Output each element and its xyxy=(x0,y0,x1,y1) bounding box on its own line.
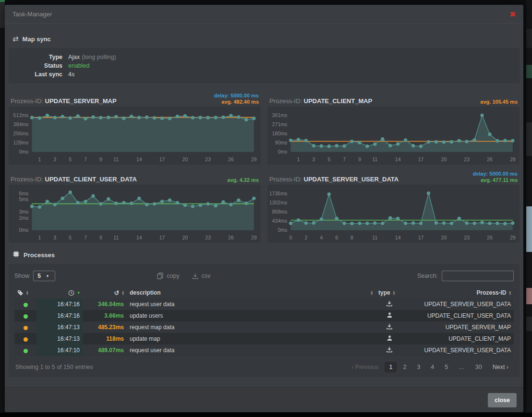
chart-UPDATE_CLIENT_USER_DATA: 6ms5ms3ms2ms0ms1357911141720232629 xyxy=(10,187,260,243)
table-row[interactable]: 16:47:10489.07msrequest user dataUPDATE_… xyxy=(14,345,514,356)
table-row[interactable]: 16:47:163.66msupdate usersUPDATE_CLIENT_… xyxy=(14,310,514,322)
show-entries-group: Show 5 ▼ xyxy=(14,271,55,281)
chart-UPDATE_SERVER_USER_DATA: 1736ms1302ms868ms434ms0ms024681114172023… xyxy=(268,187,519,243)
close-button[interactable]: close xyxy=(488,393,517,407)
data-point xyxy=(297,138,300,141)
sort-icon: ▴▾ xyxy=(122,290,124,295)
y-axis-tick: 434ms xyxy=(272,218,288,224)
data-point xyxy=(381,222,384,225)
data-point xyxy=(229,203,232,206)
data-point xyxy=(199,203,202,207)
close-icon[interactable]: ✖ xyxy=(509,11,516,18)
data-point xyxy=(358,222,361,225)
table-row[interactable]: 16:47:16346.04msrequest user dataUPDATE_… xyxy=(14,298,514,310)
search-input[interactable] xyxy=(442,271,514,281)
data-point xyxy=(304,139,308,142)
y-axis-tick: 512ms xyxy=(13,112,29,118)
info-value: 4s xyxy=(68,70,74,79)
x-axis-tick: 7 xyxy=(343,156,346,162)
y-axis-tick: 2ms xyxy=(19,215,28,221)
column-header-prozess-id[interactable]: Prozess-ID ▴▾ xyxy=(403,287,514,298)
x-axis-tick: 11 xyxy=(372,235,377,240)
background-page-fragment xyxy=(526,317,532,331)
data-point xyxy=(176,201,179,204)
status-dot-green xyxy=(24,314,28,319)
pagination-page-3[interactable]: 3 xyxy=(412,362,424,372)
pagination: ‹ Previous12345…30Next › xyxy=(347,362,513,372)
column-header-type[interactable]: type ▴▾ xyxy=(375,287,403,298)
data-point xyxy=(472,138,476,142)
duration-cell: 118ms xyxy=(83,333,127,345)
data-point xyxy=(388,144,392,147)
pagination-page-1[interactable]: 1 xyxy=(385,362,397,372)
time-cell: 16:47:16 xyxy=(36,298,83,310)
table-header-row: ▴▾ ▾ xyxy=(14,287,514,298)
data-point xyxy=(206,116,210,119)
chart-panel: 512ms384ms256ms128ms0ms13579111417202326… xyxy=(9,107,261,165)
background-page-fragment xyxy=(0,0,5,2)
data-point xyxy=(419,144,423,148)
chart-head: Prozess-ID: UPDATE_SERVER_USER_DATAdelay… xyxy=(267,168,520,185)
data-point xyxy=(503,139,507,142)
pagination-previous[interactable]: ‹ Previous xyxy=(347,362,383,372)
table-row[interactable]: 16:47:13118msupdate mapUPDATE_CLIENT_MAP xyxy=(14,333,514,345)
data-point xyxy=(465,140,469,143)
data-point xyxy=(320,217,323,221)
modal-body: ⇄ Map sync Type Ajax (long polling) Stat… xyxy=(5,24,523,387)
show-entries-select[interactable]: 5 ▼ xyxy=(33,271,55,281)
data-point xyxy=(435,140,438,143)
x-axis-tick: 29 xyxy=(510,156,516,162)
duration-cell: 3.66ms xyxy=(83,310,127,322)
pagination-page-4[interactable]: 4 xyxy=(426,362,438,372)
data-point xyxy=(38,116,41,119)
data-point xyxy=(76,114,80,118)
data-point xyxy=(427,140,430,143)
data-point xyxy=(244,202,248,205)
data-point xyxy=(252,197,255,200)
csv-button[interactable]: csv xyxy=(192,273,211,279)
x-axis-tick: 11 xyxy=(113,235,119,240)
x-axis-tick: 26 xyxy=(228,156,234,162)
data-point xyxy=(145,203,148,206)
pagination-page-30[interactable]: 30 xyxy=(471,362,486,372)
data-point xyxy=(411,144,415,147)
data-point xyxy=(38,205,41,209)
data-point xyxy=(365,144,369,148)
data-point xyxy=(289,222,292,225)
column-header-description[interactable]: description ▴▾ xyxy=(127,287,375,298)
description-cell: update map xyxy=(127,333,375,345)
info-row-last-sync: Last sync 4s xyxy=(15,70,513,79)
data-point xyxy=(411,221,415,225)
background-page-fragment xyxy=(526,29,532,48)
y-axis-tick: 271ms xyxy=(272,121,288,127)
background-page-fragment xyxy=(526,65,532,78)
pagination-next[interactable]: Next › xyxy=(488,362,513,372)
data-point xyxy=(99,116,102,119)
x-axis-tick: 20 xyxy=(182,156,188,162)
csv-button-label: csv xyxy=(202,273,211,279)
data-point xyxy=(427,191,430,195)
data-point xyxy=(388,216,392,220)
column-header-duration[interactable]: ↺ ▴▾ xyxy=(83,287,127,298)
pagination-page-…[interactable]: … xyxy=(454,362,469,372)
pagination-page-5[interactable]: 5 xyxy=(440,362,452,372)
data-point xyxy=(53,203,57,206)
data-point xyxy=(176,115,179,118)
modal-footer: close xyxy=(5,387,523,412)
x-axis-tick: 23 xyxy=(205,156,211,162)
background-page-left xyxy=(0,0,5,417)
data-point xyxy=(76,201,80,204)
x-axis-tick: 20 xyxy=(182,235,188,240)
chart-panel: 1736ms1302ms868ms434ms0ms024681114172023… xyxy=(267,185,520,243)
prozess-id-cell: UPDATE_CLIENT_MAP xyxy=(403,333,514,345)
table-row[interactable]: 16:47:13485.23msrequest map dataUPDATE_S… xyxy=(14,322,514,333)
modal-title: Task-Manager xyxy=(12,11,52,18)
data-point xyxy=(511,139,514,142)
pagination-page-2[interactable]: 2 xyxy=(399,362,411,372)
chart-block-UPDATE_SERVER_USER_DATA: Prozess-ID: UPDATE_SERVER_USER_DATAdelay… xyxy=(267,168,520,243)
copy-button[interactable]: copy xyxy=(157,273,179,279)
data-point xyxy=(358,141,361,144)
column-header-time[interactable]: ▾ xyxy=(36,287,83,298)
column-header-status[interactable]: ▴▾ xyxy=(14,287,36,298)
data-point xyxy=(160,117,164,120)
